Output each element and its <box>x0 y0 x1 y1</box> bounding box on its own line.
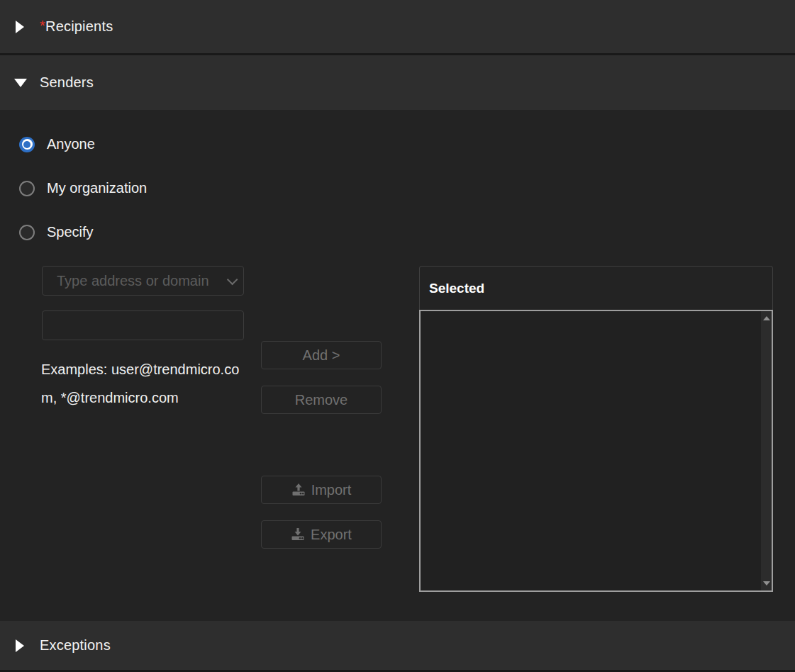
section-header-senders[interactable]: Senders <box>0 55 795 110</box>
section-header-recipients[interactable]: *Recipients <box>0 0 795 53</box>
address-input[interactable] <box>42 310 244 340</box>
radio-anyone[interactable]: Anyone <box>19 136 95 152</box>
import-button[interactable]: Import <box>261 476 382 504</box>
examples-text: Examples: user@trendmicro.com, *@trendmi… <box>41 355 247 412</box>
senders-label: Senders <box>40 74 94 91</box>
remove-button[interactable]: Remove <box>261 386 382 414</box>
selected-listbox[interactable] <box>419 310 773 592</box>
add-button[interactable]: Add > <box>261 341 382 369</box>
exceptions-label: Exceptions <box>40 637 111 654</box>
address-type-placeholder: Type address or domain <box>57 273 221 289</box>
address-type-select[interactable]: Type address or domain <box>42 266 244 296</box>
radio-specify[interactable]: Specify <box>19 224 94 240</box>
radio-selected-icon[interactable] <box>19 137 35 152</box>
recipients-label: Recipients <box>45 18 113 34</box>
scroll-up-icon[interactable] <box>763 316 770 320</box>
selected-panel: Selected <box>419 266 773 592</box>
scrollbar[interactable] <box>761 311 772 590</box>
chevron-down-icon <box>227 274 238 285</box>
required-marker: * <box>40 18 45 33</box>
radio-specify-label: Specify <box>47 224 94 240</box>
senders-content: Anyone My organization Specify Type addr… <box>0 110 795 621</box>
radio-unselected-icon[interactable] <box>19 181 35 196</box>
caret-down-icon <box>14 79 30 87</box>
caret-right-icon <box>14 639 30 652</box>
radio-anyone-label: Anyone <box>47 136 95 152</box>
radio-my-organization[interactable]: My organization <box>19 180 147 196</box>
caret-right-icon <box>14 21 30 33</box>
export-label: Export <box>311 527 352 543</box>
export-button[interactable]: Export <box>261 520 382 549</box>
selected-panel-title: Selected <box>429 281 484 296</box>
scroll-down-icon[interactable] <box>763 581 770 586</box>
selected-panel-header: Selected <box>419 266 773 310</box>
radio-my-organization-label: My organization <box>47 180 147 196</box>
upload-icon <box>291 483 306 497</box>
radio-unselected-icon[interactable] <box>19 225 35 240</box>
section-header-exceptions[interactable]: Exceptions <box>0 621 795 670</box>
recipients-title: *Recipients <box>40 18 113 35</box>
import-label: Import <box>311 482 352 498</box>
download-icon <box>291 527 305 542</box>
